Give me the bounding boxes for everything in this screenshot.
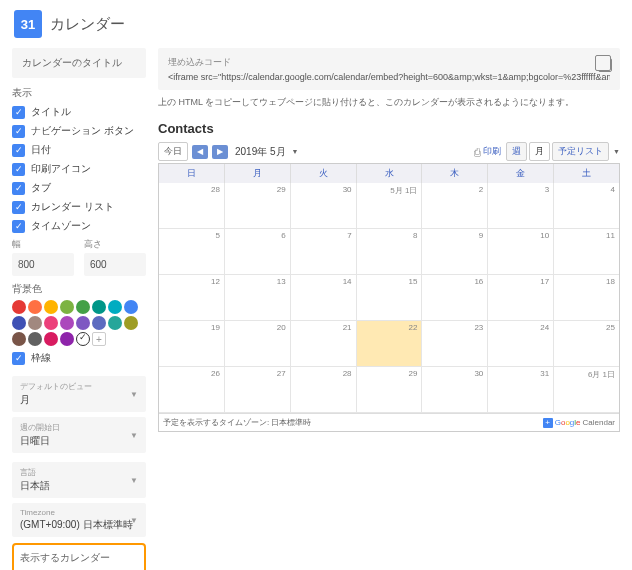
embed-label: 埋め込みコード xyxy=(168,56,610,69)
calendar-cell[interactable]: 3 xyxy=(488,183,554,229)
calendar-cell[interactable]: 6 xyxy=(225,229,291,275)
view-week-button[interactable]: 週 xyxy=(506,142,527,161)
calendar-cell[interactable]: 20 xyxy=(225,321,291,367)
color-swatch-selected[interactable] xyxy=(76,332,90,346)
calendar-cell[interactable]: 29 xyxy=(225,183,291,229)
view-agenda-button[interactable]: 予定リスト xyxy=(552,142,609,161)
main-content: 埋め込みコード <iframe src="https://calendar.go… xyxy=(158,48,620,570)
height-input[interactable] xyxy=(84,253,146,276)
color-swatch[interactable] xyxy=(124,316,138,330)
calendar-cell[interactable]: 12 xyxy=(159,275,225,321)
calendar-cell[interactable]: 8 xyxy=(357,229,423,275)
bgcolor-label: 背景色 xyxy=(12,282,146,296)
calendar-cell[interactable]: 9 xyxy=(422,229,488,275)
color-swatch[interactable] xyxy=(44,316,58,330)
day-header: 土 xyxy=(554,164,619,183)
width-input[interactable] xyxy=(12,253,74,276)
display-option-label: 日付 xyxy=(31,143,51,157)
display-option[interactable]: タブ xyxy=(12,181,146,195)
color-swatch[interactable] xyxy=(12,300,26,314)
default-view-label: デフォルトのビュー xyxy=(20,381,138,392)
embed-code-text[interactable]: <iframe src="https://calendar.google.com… xyxy=(168,72,610,82)
google-logo: Google xyxy=(555,418,581,427)
default-view-select[interactable]: デフォルトのビュー月▼ xyxy=(12,376,146,412)
calendar-cell[interactable]: 31 xyxy=(488,367,554,413)
calendar-cell[interactable]: 26 xyxy=(159,367,225,413)
calendar-cell[interactable]: 17 xyxy=(488,275,554,321)
display-option[interactable]: ナビゲーション ボタン xyxy=(12,124,146,138)
calendar-cell[interactable]: 5 xyxy=(159,229,225,275)
calendar-cell[interactable]: 15 xyxy=(357,275,423,321)
next-button[interactable]: ▶ xyxy=(212,145,228,159)
calendar-cell[interactable]: 21 xyxy=(291,321,357,367)
color-swatch[interactable] xyxy=(28,316,42,330)
calendar-cell[interactable]: 13 xyxy=(225,275,291,321)
calendar-cell[interactable]: 16 xyxy=(422,275,488,321)
color-swatch[interactable] xyxy=(92,316,106,330)
calendar-cell[interactable]: 6月 1日 xyxy=(554,367,619,413)
color-swatch[interactable] xyxy=(60,332,74,346)
color-swatch[interactable] xyxy=(108,316,122,330)
language-select[interactable]: 言語日本語▼ xyxy=(12,462,146,498)
color-swatch[interactable] xyxy=(124,300,138,314)
calendar-cell[interactable]: 25 xyxy=(554,321,619,367)
color-swatch[interactable] xyxy=(76,300,90,314)
color-swatch[interactable] xyxy=(12,332,26,346)
color-swatch[interactable] xyxy=(76,316,90,330)
color-swatch[interactable] xyxy=(92,300,106,314)
week-start-select[interactable]: 週の開始日日曜日▼ xyxy=(12,417,146,453)
color-swatch[interactable] xyxy=(28,332,42,346)
prev-button[interactable]: ◀ xyxy=(192,145,208,159)
copy-icon[interactable] xyxy=(598,58,612,72)
color-swatch[interactable] xyxy=(44,332,58,346)
print-icon[interactable]: ⎙ xyxy=(474,146,481,158)
embed-note: 上の HTML をコピーしてウェブページに貼り付けると、このカレンダーが表示され… xyxy=(158,96,620,109)
calendar-cell[interactable]: 7 xyxy=(291,229,357,275)
calendar-cell[interactable]: 2 xyxy=(422,183,488,229)
display-option[interactable]: 印刷アイコン xyxy=(12,162,146,176)
calendar-cell[interactable]: 28 xyxy=(291,367,357,413)
add-color-button[interactable]: + xyxy=(92,332,106,346)
display-option[interactable]: タイムゾーン xyxy=(12,219,146,233)
border-checkbox[interactable]: 枠線 xyxy=(12,351,146,365)
color-swatch[interactable] xyxy=(108,300,122,314)
calendar-cell[interactable]: 10 xyxy=(488,229,554,275)
calendar-cell[interactable]: 18 xyxy=(554,275,619,321)
display-option[interactable]: 日付 xyxy=(12,143,146,157)
display-option[interactable]: カレンダー リスト xyxy=(12,200,146,214)
print-label[interactable]: 印刷 xyxy=(483,145,501,158)
calendar-title-section[interactable]: カレンダーのタイトル xyxy=(12,48,146,78)
calendar-cell[interactable]: 30 xyxy=(291,183,357,229)
display-option[interactable]: タイトル xyxy=(12,105,146,119)
chevron-down-icon: ▼ xyxy=(130,431,138,440)
chevron-down-icon[interactable]: ▼ xyxy=(292,148,299,155)
view-month-button[interactable]: 月 xyxy=(529,142,550,161)
calendar-cell[interactable]: 22 xyxy=(357,321,423,367)
chevron-down-icon[interactable]: ▼ xyxy=(613,148,620,155)
timezone-select[interactable]: Timezone(GMT+09:00) 日本標準時▼ xyxy=(12,503,146,537)
color-swatch[interactable] xyxy=(44,300,58,314)
calendar-cell[interactable]: 27 xyxy=(225,367,291,413)
chevron-down-icon: ▼ xyxy=(130,516,138,525)
google-calendar-link[interactable]: + Google Calendar xyxy=(543,418,615,428)
color-swatch[interactable] xyxy=(12,316,26,330)
today-button[interactable]: 今日 xyxy=(158,142,188,161)
month-label: 2019年 5月 xyxy=(235,145,286,159)
calendar-cell[interactable]: 4 xyxy=(554,183,619,229)
display-option-label: タイムゾーン xyxy=(31,219,91,233)
calendar-cell[interactable]: 29 xyxy=(357,367,423,413)
calendar-cell[interactable]: 28 xyxy=(159,183,225,229)
color-swatch[interactable] xyxy=(60,300,74,314)
calendar-cell[interactable]: 14 xyxy=(291,275,357,321)
calendar-cell[interactable]: 5月 1日 xyxy=(357,183,423,229)
display-option-label: 印刷アイコン xyxy=(31,162,91,176)
calendar-cell[interactable]: 19 xyxy=(159,321,225,367)
calendar-cell[interactable]: 30 xyxy=(422,367,488,413)
color-swatch[interactable] xyxy=(28,300,42,314)
day-header: 木 xyxy=(422,164,488,183)
calendar-cell[interactable]: 24 xyxy=(488,321,554,367)
color-swatch[interactable] xyxy=(60,316,74,330)
calendar-cell[interactable]: 23 xyxy=(422,321,488,367)
display-option-label: カレンダー リスト xyxy=(31,200,114,214)
calendar-cell[interactable]: 11 xyxy=(554,229,619,275)
